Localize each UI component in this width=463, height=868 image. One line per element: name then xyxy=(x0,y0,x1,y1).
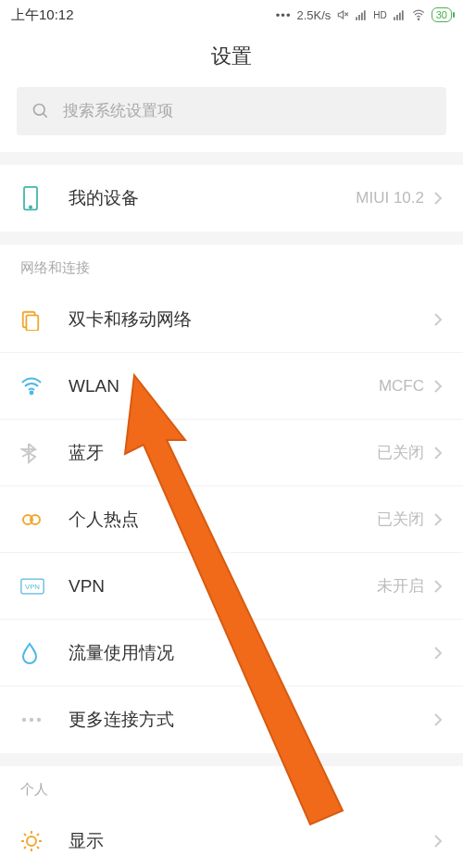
search-bar[interactable] xyxy=(17,87,446,135)
svg-rect-3 xyxy=(358,15,360,20)
row-value: 已关闭 xyxy=(377,509,424,530)
search-input[interactable] xyxy=(63,102,432,120)
svg-text:VPN: VPN xyxy=(25,583,40,591)
svg-point-24 xyxy=(37,718,41,722)
row-value: 未开启 xyxy=(377,575,424,597)
svg-rect-5 xyxy=(364,10,366,19)
chevron-right-icon xyxy=(433,312,443,327)
svg-rect-9 xyxy=(402,10,404,19)
row-bluetooth[interactable]: 蓝牙 已关闭 xyxy=(0,420,463,486)
svg-point-10 xyxy=(418,19,419,19)
svg-point-23 xyxy=(30,718,33,722)
chevron-right-icon xyxy=(433,446,443,460)
hotspot-icon xyxy=(20,510,54,529)
row-label: 双卡和移动网络 xyxy=(69,308,424,332)
wifi-icon xyxy=(20,377,54,396)
row-label: 更多连接方式 xyxy=(69,708,424,732)
status-bar: 上午10:12 ••• 2.5K/s HD 30 xyxy=(0,0,463,30)
svg-point-25 xyxy=(27,837,36,846)
battery-indicator: 30 xyxy=(432,7,452,22)
svg-line-32 xyxy=(24,847,26,849)
chevron-right-icon xyxy=(433,191,443,206)
row-value: MCFC xyxy=(379,377,424,396)
sim-icon xyxy=(20,308,54,331)
svg-line-30 xyxy=(24,834,26,836)
svg-rect-2 xyxy=(356,17,357,20)
status-time: 上午10:12 xyxy=(11,6,74,24)
row-label: 我的设备 xyxy=(69,186,356,210)
more-dots-icon: ••• xyxy=(276,8,292,22)
vpn-icon: VPN xyxy=(20,578,54,595)
wifi-icon xyxy=(411,8,426,21)
chevron-right-icon xyxy=(433,379,443,394)
svg-point-22 xyxy=(22,718,26,722)
row-more-connections[interactable]: 更多连接方式 xyxy=(0,686,463,753)
page-title: 设置 xyxy=(0,30,463,87)
mute-icon xyxy=(336,8,349,21)
svg-rect-7 xyxy=(396,15,398,20)
svg-rect-6 xyxy=(394,17,395,20)
phone-icon xyxy=(20,185,54,211)
chevron-right-icon xyxy=(433,646,443,660)
more-icon xyxy=(20,715,54,724)
row-data-usage[interactable]: 流量使用情况 xyxy=(0,620,463,686)
search-icon xyxy=(31,102,50,120)
chevron-right-icon xyxy=(433,579,443,594)
row-label: WLAN xyxy=(69,376,379,396)
row-vpn[interactable]: VPN VPN 未开启 xyxy=(0,553,463,620)
droplet-icon xyxy=(20,642,54,664)
svg-line-33 xyxy=(37,834,39,836)
network-speed: 2.5K/s xyxy=(296,8,331,22)
section-network-title: 网络和连接 xyxy=(0,245,463,286)
signal-icon xyxy=(355,8,368,21)
svg-point-11 xyxy=(34,105,45,116)
brightness-icon xyxy=(20,830,54,852)
chevron-right-icon xyxy=(433,834,443,849)
svg-rect-8 xyxy=(399,13,401,20)
row-my-device[interactable]: 我的设备 MIUI 10.2 xyxy=(0,165,463,232)
svg-point-14 xyxy=(30,206,31,208)
svg-line-31 xyxy=(37,847,39,849)
row-label: 显示 xyxy=(69,829,424,853)
chevron-right-icon xyxy=(433,512,443,527)
svg-point-17 xyxy=(31,391,33,394)
svg-line-12 xyxy=(44,114,47,118)
row-value: 已关闭 xyxy=(377,442,424,463)
row-label: 蓝牙 xyxy=(69,441,377,465)
row-value: MIUI 10.2 xyxy=(356,189,424,208)
row-sim[interactable]: 双卡和移动网络 xyxy=(0,286,463,353)
row-wlan[interactable]: WLAN MCFC xyxy=(0,353,463,420)
chevron-right-icon xyxy=(433,712,443,727)
row-hotspot[interactable]: 个人热点 已关闭 xyxy=(0,486,463,553)
row-label: VPN xyxy=(69,576,377,597)
section-personal-title: 个人 xyxy=(0,766,463,808)
bluetooth-icon xyxy=(20,442,54,464)
row-display[interactable]: 显示 xyxy=(0,808,463,868)
svg-rect-16 xyxy=(26,315,38,331)
search-container xyxy=(0,87,463,152)
row-label: 流量使用情况 xyxy=(69,641,424,665)
hd-label: HD xyxy=(373,10,386,20)
row-label: 个人热点 xyxy=(69,508,377,532)
signal-icon-2 xyxy=(393,8,406,21)
status-indicators: ••• 2.5K/s HD 30 xyxy=(276,7,452,22)
svg-rect-4 xyxy=(361,13,363,20)
